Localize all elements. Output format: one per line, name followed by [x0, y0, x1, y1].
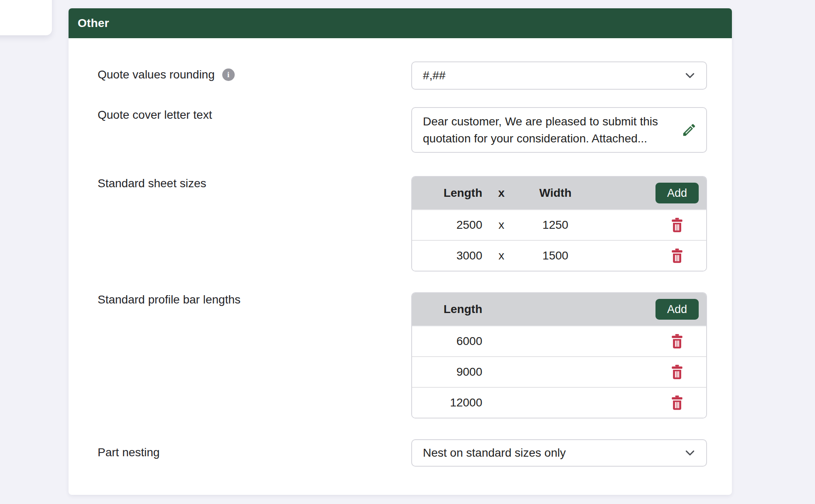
delete-sheet-size-button[interactable]: [669, 217, 685, 233]
chevron-down-icon: [684, 69, 696, 82]
bar-length-value: 12000: [412, 396, 491, 409]
delete-bar-length-button[interactable]: [669, 333, 685, 350]
column-header-width: Width: [512, 186, 599, 200]
sheet-sizes-table-header: Length x Width Add: [412, 177, 706, 209]
label-text: Standard profile bar lengths: [98, 293, 241, 307]
sheet-length-value: 2500: [412, 218, 491, 232]
part-nesting-select[interactable]: Nest on standard sizes only: [411, 439, 707, 467]
standard-sheet-sizes-label: Standard sheet sizes: [98, 176, 206, 191]
delete-bar-length-button[interactable]: [669, 394, 685, 411]
settings-page: Other Quote values rounding i #,## Quote…: [0, 0, 815, 504]
row-action-cell: [648, 364, 706, 380]
bar-length-value: 9000: [412, 365, 491, 379]
table-row: 6000: [412, 325, 706, 356]
label-text: Part nesting: [98, 445, 160, 460]
trash-icon: [670, 365, 684, 379]
quote-cover-letter-text: Dear customer, We are pleased to submit …: [423, 113, 681, 147]
quote-cover-letter-label: Quote cover letter text: [98, 108, 212, 122]
quote-cover-letter-box[interactable]: Dear customer, We are pleased to submit …: [411, 107, 707, 153]
card-title: Other: [78, 17, 109, 30]
table-row: 12000: [412, 387, 706, 418]
trash-icon: [670, 248, 684, 263]
sheet-sizes-table: Length x Width Add 2500 x 1250: [411, 176, 707, 272]
chevron-down-icon: [684, 447, 696, 459]
row-action-cell: [648, 217, 706, 233]
add-sheet-size-button[interactable]: Add: [655, 183, 699, 203]
quote-values-rounding-label: Quote values rounding i: [98, 68, 235, 82]
quote-rounding-value: #,##: [423, 69, 684, 82]
add-bar-length-button[interactable]: Add: [655, 299, 699, 320]
sheet-x-separator: x: [491, 218, 512, 232]
part-nesting-value: Nest on standard sizes only: [423, 446, 684, 460]
sheet-width-value: 1500: [512, 249, 599, 262]
row-action-cell: [648, 333, 706, 350]
bar-lengths-table: Length Add 6000: [411, 292, 707, 418]
column-header-length: Length: [412, 186, 491, 200]
other-settings-card: Other Quote values rounding i #,## Quote…: [69, 8, 732, 495]
label-text: Quote values rounding: [98, 68, 215, 82]
partial-card: [0, 0, 52, 35]
trash-icon: [670, 395, 684, 410]
trash-icon: [670, 334, 684, 349]
row-action-cell: [648, 394, 706, 411]
table-row: 2500 x 1250: [412, 209, 706, 240]
label-text: Quote cover letter text: [98, 108, 212, 122]
card-header: Other: [69, 8, 732, 38]
table-row: 9000: [412, 356, 706, 387]
part-nesting-label: Part nesting: [98, 445, 160, 460]
edit-pencil-icon[interactable]: [681, 122, 697, 138]
header-action-cell: Add: [648, 183, 706, 203]
standard-profile-bar-lengths-label: Standard profile bar lengths: [98, 293, 241, 307]
sheet-width-value: 1250: [512, 218, 599, 232]
header-action-cell: Add: [648, 299, 706, 320]
sheet-length-value: 3000: [412, 249, 491, 262]
column-header-x: x: [491, 186, 512, 200]
delete-sheet-size-button[interactable]: [669, 247, 685, 264]
delete-bar-length-button[interactable]: [669, 364, 685, 380]
sheet-x-separator: x: [491, 249, 512, 262]
bar-length-value: 6000: [412, 335, 491, 348]
info-icon[interactable]: i: [222, 69, 235, 81]
table-row: 3000 x 1500: [412, 240, 706, 271]
bar-lengths-table-header: Length Add: [412, 293, 706, 325]
quote-rounding-select[interactable]: #,##: [411, 61, 707, 90]
column-header-length: Length: [412, 303, 491, 316]
row-action-cell: [648, 247, 706, 264]
label-text: Standard sheet sizes: [98, 176, 206, 191]
trash-icon: [670, 218, 684, 232]
